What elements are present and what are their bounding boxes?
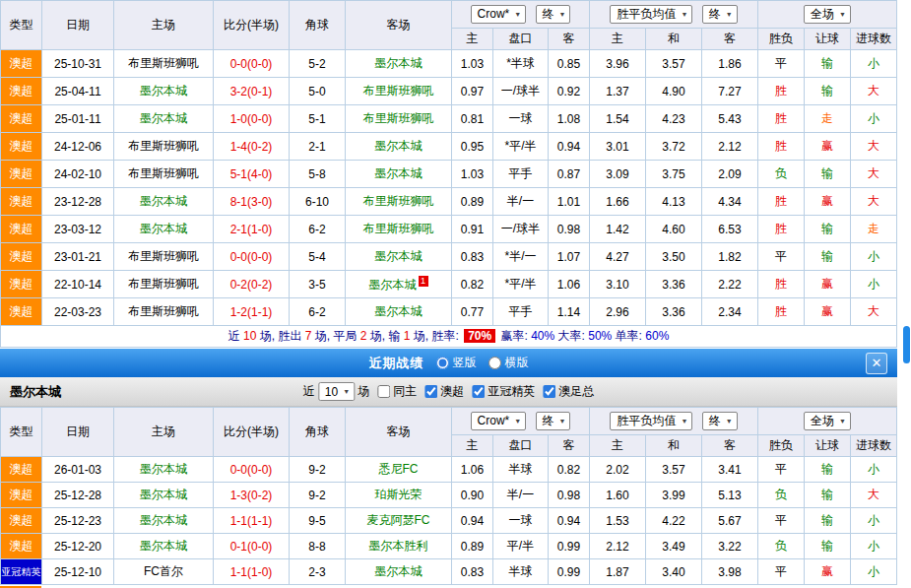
avg-stage-select[interactable]: 终▼: [702, 5, 738, 24]
close-icon[interactable]: ✕: [866, 353, 887, 374]
filter-item[interactable]: 澳足总: [543, 383, 594, 400]
home-team-link[interactable]: 墨尔本城: [114, 534, 214, 559]
home-team-link[interactable]: 墨尔本城: [114, 508, 214, 534]
odds-away: 1.14: [549, 298, 590, 326]
col-date: 日期: [42, 408, 114, 457]
score: 1-2(1-1): [214, 298, 290, 326]
fulltime-scope-select[interactable]: 全场▼: [804, 412, 851, 430]
avg-home-odds: 4.27: [590, 243, 646, 271]
fulltime-scope-select[interactable]: 全场▼: [804, 5, 851, 24]
home-team-link[interactable]: 布里斯班狮吼: [114, 50, 214, 78]
away-team-link[interactable]: 墨尔本城: [346, 298, 452, 326]
result-wdl: 负: [758, 161, 805, 188]
bookmaker-select[interactable]: Crow*▼: [471, 5, 527, 24]
home-team-link[interactable]: 墨尔本城: [114, 457, 214, 483]
layout-horizontal-option[interactable]: 横版: [488, 355, 529, 371]
filter-checkbox[interactable]: [424, 385, 437, 398]
away-team-link[interactable]: 悉尼FC: [346, 457, 452, 483]
filter-item[interactable]: 亚冠精英: [472, 383, 535, 400]
avg-odds-select[interactable]: 胜平负均值▼: [610, 5, 692, 24]
bookmaker-select[interactable]: Crow*▼: [471, 412, 527, 430]
match-date: 25-04-11: [42, 78, 114, 105]
chevron-down-icon: ▼: [559, 11, 566, 18]
odds-stage-select[interactable]: 终▼: [536, 5, 571, 24]
home-team-link[interactable]: FC首尔: [114, 559, 214, 585]
away-team-link[interactable]: 墨尔本胜利: [346, 534, 452, 559]
away-team-link[interactable]: 布里斯班狮吼: [346, 78, 452, 105]
result-handicap: 输: [805, 534, 851, 559]
filter-checkbox[interactable]: [472, 385, 485, 398]
result-goals: 小: [851, 457, 897, 483]
filter-checkbox[interactable]: [377, 385, 390, 398]
home-team-link[interactable]: 布里斯班狮吼: [114, 133, 214, 161]
corner-score: 9-2: [290, 457, 346, 483]
avg-home-odds: 3.09: [590, 161, 646, 188]
result-handicap: 赢: [805, 559, 851, 585]
odds-home: 0.81: [452, 105, 493, 133]
home-team-link[interactable]: 布里斯班狮吼: [114, 271, 214, 298]
avg-stage-select[interactable]: 终▼: [702, 412, 738, 430]
result-wdl: 负: [758, 534, 805, 559]
result-goals: 小: [851, 105, 897, 133]
away-team-link[interactable]: 布里斯班狮吼: [346, 105, 452, 133]
win-rate-badge: 70%: [464, 329, 495, 343]
odds-select-group: Crow*▼ 终▼: [452, 1, 590, 29]
col-avg-home: 主: [590, 29, 646, 50]
avg-away-odds: 6.53: [702, 216, 758, 243]
avg-away-odds: 2.12: [702, 133, 758, 161]
score: 0-0(0-0): [214, 50, 290, 78]
home-team-link[interactable]: 墨尔本城: [114, 78, 214, 105]
home-team-link[interactable]: 墨尔本城: [114, 105, 214, 133]
odds-stage-select[interactable]: 终▼: [536, 412, 571, 430]
league-badge: 澳超: [1, 161, 42, 188]
col-odds-home: 主: [452, 435, 493, 457]
home-team-link[interactable]: 墨尔本城: [114, 483, 214, 508]
odds-history-page: 类型 日期 主场 比分(半场) 角球 客场 Crow*▼ 终▼ 胜平负均值▼ 终…: [0, 0, 911, 588]
result-handicap: 输: [805, 50, 851, 78]
chevron-down-icon: ▼: [726, 11, 733, 18]
odds-handicap: *平/半: [493, 133, 549, 161]
score: 5-1(4-0): [214, 161, 290, 188]
odds-home: 0.89: [452, 534, 493, 559]
league-badge: 澳超: [1, 298, 42, 326]
scrollbar-thumb[interactable]: [903, 326, 910, 363]
filter-checkbox[interactable]: [543, 385, 555, 398]
home-team-link[interactable]: 布里斯班狮吼: [114, 298, 214, 326]
result-goals: 小: [851, 508, 897, 534]
home-team-link[interactable]: 墨尔本城: [114, 216, 214, 243]
score: 1-3(0-2): [214, 483, 290, 508]
home-team-link[interactable]: 墨尔本城: [114, 188, 214, 216]
recent-count-select[interactable]: 10▼: [318, 382, 355, 401]
away-team-link[interactable]: 布里斯班狮吼: [346, 216, 452, 243]
match-date: 23-03-12: [42, 216, 114, 243]
home-team-link[interactable]: 布里斯班狮吼: [114, 243, 214, 271]
result-goals: 小: [851, 559, 897, 585]
result-goals: 小: [851, 50, 897, 78]
result-wdl: 胜: [758, 133, 805, 161]
corner-score: 6-10: [290, 188, 346, 216]
result-goals: 大: [851, 188, 897, 216]
layout-vertical-option[interactable]: 竖版: [436, 355, 477, 371]
odds-handicap: 半球: [493, 457, 549, 483]
score: 1-1(1-1): [214, 508, 290, 534]
layout-vertical-radio[interactable]: [436, 357, 449, 369]
away-team-link[interactable]: 墨尔本城: [346, 559, 452, 585]
away-team-link[interactable]: 麦克阿瑟FC: [346, 508, 452, 534]
match-row: 澳超23-03-12墨尔本城2-1(1-0)6-2布里斯班狮吼0.91一/球半0…: [1, 216, 897, 243]
match-date: 22-03-23: [42, 298, 114, 326]
away-team-link[interactable]: 布里斯班狮吼: [346, 188, 452, 216]
filter-item[interactable]: 澳超: [424, 383, 464, 400]
away-team-link[interactable]: 墨尔本城: [346, 50, 452, 78]
odds-home: 0.83: [452, 243, 493, 271]
home-team-link[interactable]: 布里斯班狮吼: [114, 161, 214, 188]
filter-item[interactable]: 同主: [377, 383, 417, 400]
away-team-link[interactable]: 墨尔本城: [346, 161, 452, 188]
away-team-link[interactable]: 墨尔本城: [346, 243, 452, 271]
away-team-link[interactable]: 墨尔本城: [346, 133, 452, 161]
avg-odds-select[interactable]: 胜平负均值▼: [610, 412, 692, 430]
away-team-link[interactable]: 珀斯光荣: [346, 483, 452, 508]
away-team-link[interactable]: 墨尔本城1: [346, 271, 452, 298]
match-date: 23-01-21: [42, 243, 114, 271]
layout-horizontal-radio[interactable]: [488, 357, 501, 369]
result-goals: 大: [851, 133, 897, 161]
